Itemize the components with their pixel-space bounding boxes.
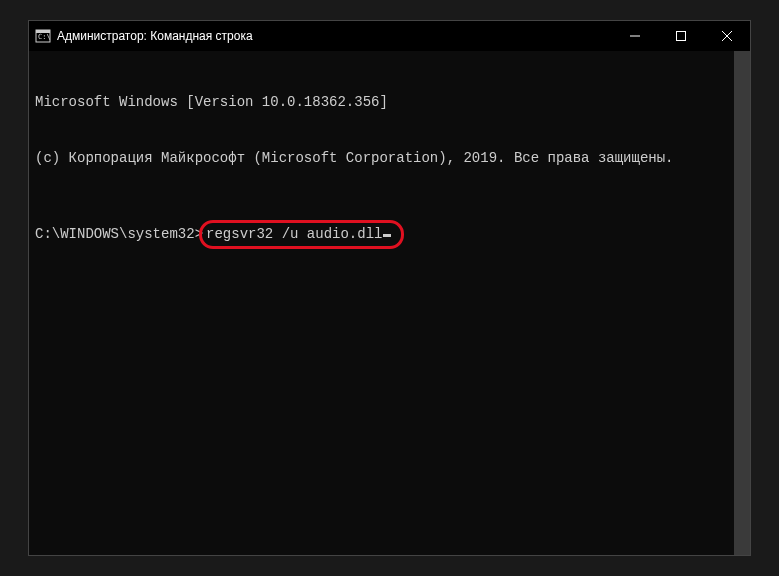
command-highlight: regsvr32 /u audio.dll	[199, 220, 404, 249]
svg-rect-4	[677, 32, 686, 41]
terminal-cursor	[383, 234, 391, 237]
terminal-prompt: C:\WINDOWS\system32>	[35, 225, 203, 244]
minimize-button[interactable]	[612, 21, 658, 51]
close-button[interactable]	[704, 21, 750, 51]
vertical-scrollbar[interactable]	[734, 51, 750, 555]
window-controls	[612, 21, 750, 51]
terminal-line-version: Microsoft Windows [Version 10.0.18362.35…	[35, 93, 728, 112]
maximize-button[interactable]	[658, 21, 704, 51]
cmd-icon: C:\	[35, 28, 51, 44]
terminal-line-copyright: (c) Корпорация Майкрософт (Microsoft Cor…	[35, 149, 728, 168]
terminal-output[interactable]: Microsoft Windows [Version 10.0.18362.35…	[29, 51, 734, 555]
svg-text:C:\: C:\	[38, 33, 51, 41]
content-area: Microsoft Windows [Version 10.0.18362.35…	[29, 51, 750, 555]
command-prompt-window: C:\ Администратор: Командная строка	[28, 20, 751, 556]
scrollbar-thumb[interactable]	[734, 51, 750, 555]
terminal-command: regsvr32 /u audio.dll	[206, 225, 382, 244]
window-title: Администратор: Командная строка	[57, 29, 612, 43]
titlebar[interactable]: C:\ Администратор: Командная строка	[29, 21, 750, 51]
terminal-prompt-line: C:\WINDOWS\system32>regsvr32 /u audio.dl…	[35, 220, 728, 249]
